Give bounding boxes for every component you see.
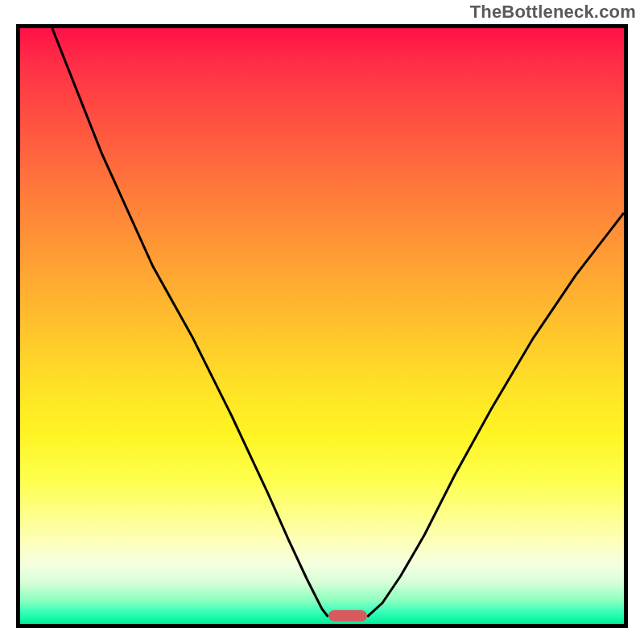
optimal-marker [328, 610, 368, 621]
curve-right-branch [367, 213, 624, 617]
curve-left-branch [52, 28, 328, 617]
chart-frame: TheBottleneck.com [0, 0, 644, 644]
plot-area [16, 24, 628, 628]
watermark-text: TheBottleneck.com [470, 2, 636, 23]
bottleneck-curve [20, 28, 624, 624]
